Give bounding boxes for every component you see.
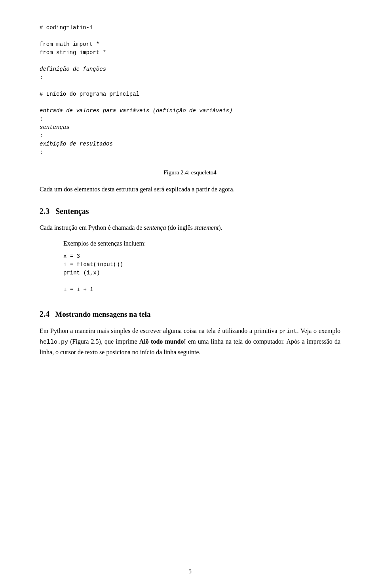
- code-example-line-5: i = i + 1: [63, 285, 340, 294]
- para-sentencas-text2: (do inglês: [167, 224, 193, 231]
- figure-caption: Figura 2.4: esqueleto4: [40, 168, 340, 177]
- para-sentencas-text1: Cada instrução em Python é chamada de: [40, 224, 142, 231]
- section-title-2-4: Mostrando mensagens na tela: [55, 310, 150, 318]
- code-line-16: :: [40, 148, 340, 157]
- section-2-4-heading: 2.4 Mostrando mensagens na tela: [40, 308, 340, 320]
- section-2-3-heading: 2.3 Sentenças: [40, 205, 340, 217]
- code-line-1: # coding=latin-1: [40, 24, 340, 32]
- code-line-blank-1: [40, 32, 340, 40]
- code-block-top: # coding=latin-1 from math import * from…: [40, 24, 340, 157]
- paragraph-after-figure: Cada um dos elementos desta estrutura ge…: [40, 184, 340, 195]
- code-example-line-1: x = 3: [63, 252, 340, 261]
- code-line-4: from string import *: [40, 49, 340, 57]
- paragraph-print: Em Python a maneira mais simples de escr…: [40, 326, 340, 357]
- code-line-14: :: [40, 132, 340, 140]
- separator-figure: [40, 164, 340, 164]
- code-line-15: exibição de resultados: [40, 140, 340, 148]
- code-line-blank-4: [40, 98, 340, 107]
- page: # coding=latin-1 from math import * from…: [0, 0, 380, 588]
- code-line-13: sentenças: [40, 123, 340, 132]
- section-number-2-3: 2.3: [40, 207, 49, 216]
- para-print-code1: print: [279, 328, 297, 335]
- para-print-text2: . Veja o exemplo: [297, 327, 340, 334]
- code-example-line-2: i = float(input()): [63, 261, 340, 269]
- para-sentencas-italic1: sentença: [144, 224, 166, 231]
- examples-label: Exemplos de sentenças incluem:: [63, 238, 340, 249]
- code-line-11: entrada de valores para variáveis (defin…: [40, 107, 340, 115]
- code-line-blank-2: [40, 57, 340, 65]
- code-line-3: from math import *: [40, 40, 340, 49]
- para-print-text3: (Figura 2.5), que imprime: [70, 338, 137, 345]
- paragraph-sentencas: Cada instrução em Python é chamada de se…: [40, 223, 340, 233]
- code-line-7: :: [40, 74, 340, 82]
- code-example-line-3: print (i,x): [63, 269, 340, 277]
- code-line-12: :: [40, 115, 340, 123]
- section-title-2-3: Sentenças: [55, 207, 89, 216]
- page-number: 5: [188, 567, 192, 576]
- section-number-2-4: 2.4: [40, 310, 49, 318]
- code-example-blank: [63, 277, 340, 285]
- code-examples-block: x = 3 i = float(input()) print (i,x) i =…: [63, 252, 340, 294]
- code-line-blank-3: [40, 82, 340, 90]
- para-sentencas-end: ).: [218, 224, 222, 231]
- code-line-6: definição de funções: [40, 65, 340, 74]
- para-print-code2: hello.py: [40, 339, 68, 346]
- para-sentencas-italic2: statement: [194, 224, 218, 231]
- para-print-bold: Alô todo mundo!: [139, 338, 186, 345]
- para-print-text1: Em Python a maneira mais simples de escr…: [40, 327, 277, 334]
- code-line-9: # Início do programa principal: [40, 90, 340, 98]
